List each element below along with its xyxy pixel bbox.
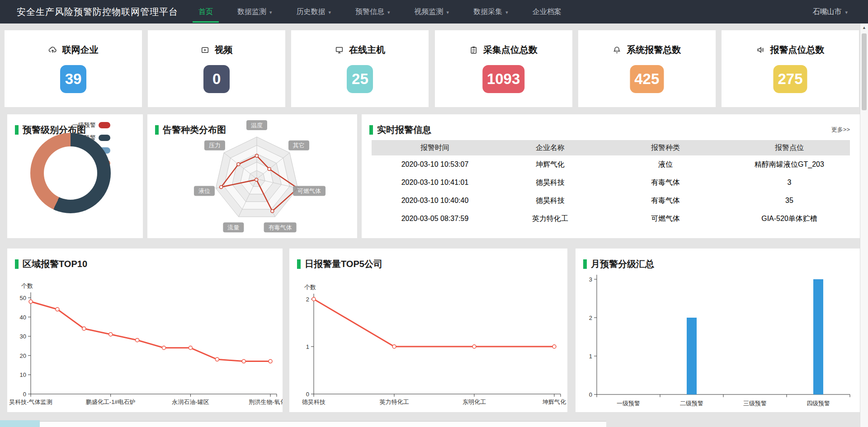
title-marker-icon (15, 125, 19, 135)
nav-item-label: 数据监测 (237, 7, 266, 17)
stat-card-2: 视频0 (148, 30, 285, 107)
monthly-warning-bar-chart: 0123一级预警二级预警三级预警四级预警 (576, 249, 860, 412)
legend-swatch (99, 135, 110, 141)
svg-text:50: 50 (20, 295, 26, 301)
table-cell: 2020-03-10 10:40:40 (372, 192, 498, 210)
scroll-up-icon[interactable]: ▲ (860, 25, 868, 30)
table-cell: GIA-520单体贮槽 (729, 210, 850, 228)
table-row: 2020-03-10 10:53:07坤辉气化液位精醇南罐液位GT_203 (372, 155, 850, 174)
stat-card-header: 报警点位总数 (722, 44, 859, 56)
clipboard-icon (469, 46, 478, 54)
realtime-alerts-title: 实时报警信息 (377, 124, 431, 136)
bell-icon (613, 46, 621, 54)
stat-card-value-badge: 1093 (482, 65, 524, 93)
warning-level-donut-chart (30, 133, 111, 213)
svg-text:昊科技-气体监测: 昊科技-气体监测 (9, 399, 52, 405)
nav-item-数据采集[interactable]: 数据采集▾ (461, 0, 520, 23)
stat-card-5: 系统报警总数425 (578, 30, 716, 107)
stat-card-6: 报警点位总数275 (722, 30, 859, 107)
stat-card-value-badge: 275 (773, 65, 807, 93)
stat-card-value-badge: 39 (60, 65, 86, 93)
nav-item-数据监测[interactable]: 数据监测▾ (225, 0, 284, 23)
legend-item-一级预警[interactable]: 一级预警 (72, 121, 110, 129)
region-top10-line-chart: 01020304050个数昊科技-气体监测鹏盛化工-1#电石炉永润石油-罐区荆洪… (7, 249, 283, 412)
table-cell: 有毒气体 (602, 192, 729, 210)
svg-text:压力: 压力 (209, 142, 221, 149)
svg-text:0: 0 (589, 391, 592, 398)
svg-text:英力特化工: 英力特化工 (380, 399, 409, 405)
svg-text:永润石油-罐区: 永润石油-罐区 (172, 399, 209, 405)
svg-text:二级预警: 二级预警 (680, 400, 703, 407)
svg-text:东明化工: 东明化工 (462, 399, 486, 405)
title-marker-icon (369, 125, 373, 135)
alerts-col-header: 报警时间 (372, 140, 498, 155)
stat-card-label: 系统报警总数 (627, 44, 681, 56)
nav-item-视频监测[interactable]: 视频监测▾ (402, 0, 462, 23)
svg-text:德昊科技: 德昊科技 (302, 399, 326, 405)
monitor-icon (335, 46, 344, 54)
stat-card-1: 联网企业39 (5, 30, 142, 107)
svg-text:10: 10 (20, 371, 26, 378)
table-cell: 精醇南罐液位GT_203 (729, 155, 850, 174)
chevron-down-icon: ▾ (269, 9, 272, 15)
stat-card-label: 采集点位总数 (483, 44, 538, 56)
region-selector[interactable]: 石嘴山市 ▾ (812, 0, 848, 23)
svg-text:2: 2 (306, 296, 309, 303)
stat-card-label: 联网企业 (62, 44, 99, 56)
table-cell: 德昊科技 (498, 192, 602, 210)
alerts-table-body: 2020-03-10 10:53:07坤辉气化液位精醇南罐液位GT_203202… (372, 155, 850, 228)
background-window-sliver (0, 420, 40, 427)
speaker-icon (756, 46, 765, 54)
stat-card-label: 报警点位总数 (770, 44, 825, 56)
svg-text:三级预警: 三级预警 (743, 400, 767, 407)
background-window-sliver (40, 421, 606, 427)
nav-item-首页[interactable]: 首页 (186, 0, 225, 23)
svg-text:30: 30 (20, 333, 26, 340)
table-cell: 德昊科技 (498, 174, 602, 192)
daily-top5-panel: 日报警量TOP5公司 012个数德昊科技英力特化工东明化工坤辉气化 (289, 249, 567, 412)
alerts-table-header: 报警时间企业名称报警种类报警点位 (372, 140, 850, 155)
svg-text:2: 2 (589, 314, 592, 321)
alerts-col-header: 报警种类 (602, 140, 729, 155)
top-nav: 安全生产风险预警防控物联网管理平台 首页数据监测▾历史数据▾预警信息▾视频监测▾… (0, 0, 868, 23)
svg-text:鹏盛化工-1#电石炉: 鹏盛化工-1#电石炉 (86, 399, 136, 405)
monthly-warning-panel: 月预警分级汇总 0123一级预警二级预警三级预警四级预警 (576, 249, 860, 412)
more-link[interactable]: 更多>> (831, 126, 850, 134)
svg-text:1: 1 (306, 343, 309, 350)
svg-text:一级预警: 一级预警 (617, 400, 640, 407)
radar-axis-label: 压力 (204, 141, 225, 150)
alerts-col-header: 报警点位 (729, 140, 850, 155)
nav-item-label: 企业档案 (533, 7, 561, 17)
nav-item-label: 视频监测 (415, 7, 443, 17)
table-cell: 坤辉气化 (498, 155, 602, 174)
stat-card-value-badge: 0 (203, 65, 230, 93)
radar-axis-label: 有毒气体 (264, 222, 297, 232)
svg-text:有毒气体: 有毒气体 (269, 224, 292, 231)
nav-item-label: 历史数据 (297, 7, 326, 17)
warning-level-panel: 预警级别分布图 一级预警二级预警三级预警四级预警 (7, 114, 143, 238)
radar-axis-label: 可燃气体 (293, 186, 326, 196)
chevron-down-icon: ▾ (447, 9, 449, 15)
legend-label: 一级预警 (72, 121, 96, 129)
nav-item-企业档案[interactable]: 企业档案 (520, 0, 574, 23)
stat-card-3: 在线主机25 (291, 30, 429, 107)
alerts-table: 报警时间企业名称报警种类报警点位 2020-03-10 10:53:07坤辉气化… (372, 140, 850, 228)
page-scrollbar[interactable]: ▲ (860, 23, 868, 427)
svg-text:荆洪生物-氧化反: 荆洪生物-氧化反 (249, 399, 283, 405)
table-row: 2020-03-05 08:37:59英力特化工可燃气体GIA-520单体贮槽 (372, 210, 850, 228)
stat-card-header: 系统报警总数 (578, 44, 716, 56)
svg-text:四级预警: 四级预警 (807, 400, 830, 407)
table-cell: 液位 (602, 155, 729, 174)
nav-menu: 首页数据监测▾历史数据▾预警信息▾视频监测▾数据采集▾企业档案 (186, 0, 574, 23)
chevron-down-icon: ▾ (387, 9, 390, 15)
table-cell: 2020-03-10 10:41:01 (372, 174, 498, 192)
stat-card-header: 视频 (148, 44, 285, 56)
stat-card-label: 在线主机 (349, 44, 385, 56)
scrollbar-thumb[interactable] (862, 33, 867, 110)
panel-title: 实时报警信息 (369, 124, 431, 136)
table-cell: 2020-03-05 08:37:59 (372, 210, 498, 228)
radar-axis-label: 流量 (223, 222, 244, 232)
radar-axis-label: 温度 (246, 120, 267, 130)
nav-item-历史数据[interactable]: 历史数据▾ (284, 0, 344, 23)
nav-item-预警信息[interactable]: 预警信息▾ (343, 0, 402, 23)
